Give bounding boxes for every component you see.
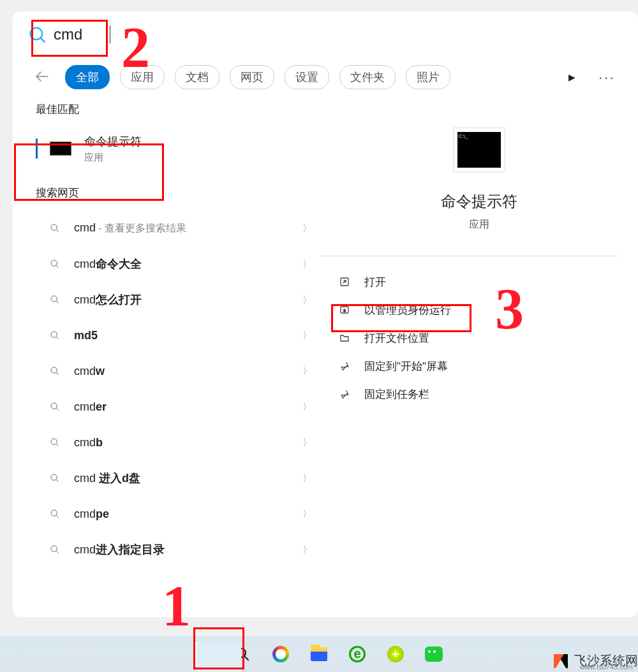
tab-docs[interactable]: 文档 bbox=[175, 65, 219, 89]
back-arrow-icon[interactable] bbox=[36, 69, 48, 85]
tab-photos[interactable]: 照片 bbox=[406, 65, 450, 89]
best-match-title: 命令提示符 bbox=[84, 134, 142, 149]
web-result-item[interactable]: cmd进入指定目录〉 bbox=[36, 532, 320, 567]
taskbar-explorer-icon[interactable] bbox=[309, 645, 329, 664]
watermark-logo-icon bbox=[554, 654, 568, 668]
web-result-label: cmdw bbox=[74, 365, 302, 378]
action-label: 固定到"开始"屏幕 bbox=[364, 359, 448, 374]
search-icon bbox=[50, 509, 60, 519]
search-icon bbox=[50, 295, 60, 305]
svg-point-12 bbox=[51, 403, 57, 409]
watermark-url: www.fs0745.com bbox=[580, 663, 633, 671]
chevron-right-icon: 〉 bbox=[302, 223, 312, 235]
action-pin[interactable]: 固定到任务栏 bbox=[338, 380, 638, 408]
web-results-list: cmd - 查看更多搜索结果〉cmd命令大全〉cmd怎么打开〉md5〉cmdw〉… bbox=[36, 210, 320, 567]
web-result-item[interactable]: cmdpe〉 bbox=[36, 496, 320, 532]
action-open[interactable]: 打开 bbox=[338, 268, 638, 296]
action-label: 固定到任务栏 bbox=[364, 387, 429, 402]
svg-point-4 bbox=[51, 260, 57, 266]
svg-line-25 bbox=[245, 657, 248, 660]
svg-point-16 bbox=[51, 474, 57, 480]
action-pin[interactable]: 固定到"开始"屏幕 bbox=[338, 352, 638, 380]
action-label: 打开文件位置 bbox=[364, 331, 429, 346]
svg-line-17 bbox=[57, 480, 59, 482]
web-result-item[interactable]: cmd - 查看更多搜索结果〉 bbox=[36, 210, 320, 246]
svg-line-1 bbox=[41, 38, 45, 42]
start-search-panel: 全部 应用 文档 网页 设置 文件夹 照片 ▶ ··· 最佳匹配 命令提示符 应… bbox=[13, 11, 638, 617]
action-folder[interactable]: 打开文件位置 bbox=[338, 324, 638, 352]
web-result-label: cmd命令大全 bbox=[74, 256, 302, 272]
svg-line-7 bbox=[57, 302, 59, 303]
tab-settings[interactable]: 设置 bbox=[285, 65, 329, 89]
chevron-right-icon: 〉 bbox=[302, 365, 312, 377]
results-column: 最佳匹配 命令提示符 应用 搜索网页 cmd - 查看更多搜索结果〉cmd命令大… bbox=[36, 102, 320, 606]
search-icon bbox=[50, 223, 60, 233]
action-label: 打开 bbox=[364, 275, 386, 289]
search-icon bbox=[50, 366, 60, 376]
chevron-right-icon: 〉 bbox=[302, 258, 312, 270]
pin-icon bbox=[338, 389, 352, 399]
preview-subtitle: 应用 bbox=[320, 218, 638, 231]
play-icon[interactable]: ▶ bbox=[568, 72, 575, 82]
best-match-heading: 最佳匹配 bbox=[36, 102, 320, 117]
more-icon[interactable]: ··· bbox=[598, 68, 615, 86]
svg-line-15 bbox=[57, 444, 59, 446]
best-match-result[interactable]: 命令提示符 应用 bbox=[36, 127, 320, 170]
filter-tabs: 全部 应用 文档 网页 设置 文件夹 照片 ▶ ··· bbox=[13, 50, 638, 102]
search-field[interactable] bbox=[28, 19, 110, 50]
search-input[interactable] bbox=[54, 26, 105, 43]
svg-line-3 bbox=[57, 230, 59, 232]
web-result-item[interactable]: cmd命令大全〉 bbox=[36, 246, 320, 282]
web-result-label: md5 bbox=[74, 329, 302, 342]
shield-icon bbox=[338, 305, 352, 315]
web-result-label: cmd进入指定目录 bbox=[74, 542, 302, 557]
web-result-label: cmd怎么打开 bbox=[74, 292, 302, 307]
web-result-label: cmd - 查看更多搜索结果 bbox=[74, 221, 302, 235]
svg-point-2 bbox=[51, 224, 57, 230]
web-result-item[interactable]: cmd怎么打开〉 bbox=[36, 282, 320, 318]
search-icon bbox=[50, 259, 60, 269]
svg-line-19 bbox=[57, 516, 59, 518]
preview-title: 命令提示符 bbox=[320, 191, 638, 212]
svg-line-21 bbox=[57, 551, 59, 553]
chevron-right-icon: 〉 bbox=[302, 508, 312, 520]
web-search-heading: 搜索网页 bbox=[36, 186, 320, 200]
taskbar-wechat-icon[interactable] bbox=[424, 645, 443, 664]
open-icon bbox=[338, 277, 352, 287]
svg-line-9 bbox=[57, 337, 59, 339]
search-icon bbox=[28, 26, 46, 43]
svg-point-8 bbox=[51, 332, 57, 337]
tab-all[interactable]: 全部 bbox=[65, 65, 110, 89]
tab-web[interactable]: 网页 bbox=[230, 65, 274, 89]
best-match-subtitle: 应用 bbox=[84, 152, 142, 164]
web-result-item[interactable]: cmdb〉 bbox=[36, 425, 320, 460]
svg-line-13 bbox=[57, 409, 59, 411]
svg-line-11 bbox=[57, 373, 59, 375]
web-result-label: cmd 进入d盘 bbox=[74, 471, 302, 486]
taskbar bbox=[0, 636, 638, 672]
taskbar-ie-icon[interactable] bbox=[348, 645, 367, 664]
preview-actions: 打开以管理员身份运行打开文件位置固定到"开始"屏幕固定到任务栏 bbox=[338, 268, 638, 408]
svg-point-20 bbox=[51, 546, 57, 551]
taskbar-browser-icon[interactable] bbox=[271, 645, 290, 664]
action-shield[interactable]: 以管理员身份运行 bbox=[338, 296, 638, 324]
divider bbox=[320, 256, 619, 256]
tab-apps[interactable]: 应用 bbox=[120, 65, 165, 89]
web-result-item[interactable]: cmd 进入d盘〉 bbox=[36, 460, 320, 496]
search-icon bbox=[50, 330, 60, 340]
preview-column: C:\_ 命令提示符 应用 打开以管理员身份运行打开文件位置固定到"开始"屏幕固… bbox=[320, 102, 638, 606]
web-result-item[interactable]: md5〉 bbox=[36, 318, 320, 353]
taskbar-security-icon[interactable] bbox=[386, 645, 405, 664]
chevron-right-icon: 〉 bbox=[302, 437, 312, 449]
tab-folders[interactable]: 文件夹 bbox=[339, 65, 396, 89]
text-cursor bbox=[110, 26, 110, 43]
web-result-label: cmdb bbox=[74, 436, 302, 449]
web-result-item[interactable]: cmder〉 bbox=[36, 389, 320, 425]
chevron-right-icon: 〉 bbox=[302, 401, 312, 413]
search-row bbox=[13, 11, 638, 50]
pin-icon bbox=[338, 361, 352, 371]
web-result-item[interactable]: cmdw〉 bbox=[36, 353, 320, 389]
chevron-right-icon: 〉 bbox=[302, 294, 312, 306]
svg-point-10 bbox=[51, 367, 57, 373]
watermark: 飞沙系统网 www.fs0745.com bbox=[554, 652, 638, 669]
